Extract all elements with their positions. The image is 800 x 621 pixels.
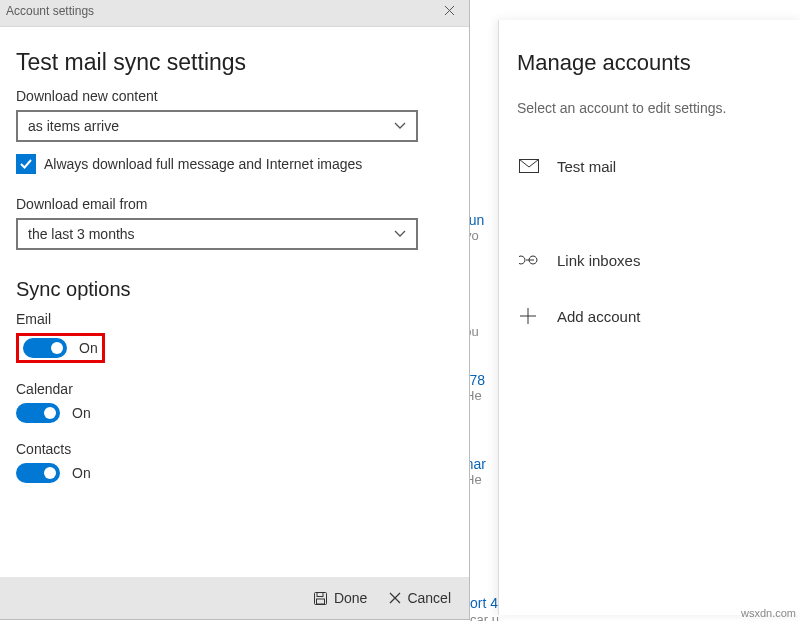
calendar-toggle-state: On <box>72 405 91 421</box>
dialog-title: Account settings <box>6 4 94 18</box>
email-toggle[interactable] <box>23 338 67 358</box>
toggle-knob <box>44 467 56 479</box>
link-inboxes-label: Link inboxes <box>557 252 640 269</box>
account-item-label: Test mail <box>557 158 616 175</box>
always-download-checkbox[interactable] <box>16 154 36 174</box>
close-icon <box>389 592 401 604</box>
add-account-item[interactable]: Add account <box>517 288 785 344</box>
page-title: Test mail sync settings <box>16 49 449 76</box>
toggle-knob <box>51 342 63 354</box>
done-label: Done <box>334 590 367 606</box>
contacts-toggle-label: Contacts <box>16 441 449 457</box>
manage-accounts-subtitle: Select an account to edit settings. <box>517 100 785 116</box>
select-value: as items arrive <box>28 118 119 134</box>
contacts-toggle[interactable] <box>16 463 60 483</box>
link-icon <box>519 254 545 266</box>
email-toggle-state: On <box>79 340 98 356</box>
manage-accounts-title: Manage accounts <box>517 50 785 76</box>
select-value: the last 3 months <box>28 226 135 242</box>
chevron-down-icon <box>394 120 406 132</box>
email-toggle-highlight: On <box>16 333 105 363</box>
link-inboxes-item[interactable]: Link inboxes <box>517 232 785 288</box>
check-icon <box>19 157 33 171</box>
cancel-label: Cancel <box>407 590 451 606</box>
cancel-button[interactable]: Cancel <box>383 586 457 610</box>
calendar-toggle[interactable] <box>16 403 60 423</box>
close-icon <box>444 5 455 16</box>
download-new-content-select[interactable]: as items arrive <box>16 110 418 142</box>
svg-rect-2 <box>316 599 324 604</box>
download-new-content-label: Download new content <box>16 88 449 104</box>
save-icon <box>313 591 328 606</box>
bg-text: car u <box>470 612 499 621</box>
dialog-header: Account settings <box>0 0 469 27</box>
dialog-footer: Done Cancel <box>0 577 469 619</box>
account-settings-dialog: Account settings Test mail sync settings… <box>0 0 470 620</box>
svg-rect-1 <box>317 592 323 596</box>
plus-icon <box>519 307 545 325</box>
chevron-down-icon <box>394 228 406 240</box>
calendar-toggle-label: Calendar <box>16 381 449 397</box>
watermark: wsxdn.com <box>741 607 796 619</box>
account-item-test-mail[interactable]: Test mail <box>517 138 785 194</box>
done-button[interactable]: Done <box>307 586 373 610</box>
toggle-knob <box>44 407 56 419</box>
download-email-from-select[interactable]: the last 3 months <box>16 218 418 250</box>
close-button[interactable] <box>440 3 459 19</box>
download-email-from-label: Download email from <box>16 196 449 212</box>
contacts-toggle-state: On <box>72 465 91 481</box>
mail-icon <box>519 159 545 173</box>
sync-options-title: Sync options <box>16 278 449 301</box>
add-account-label: Add account <box>557 308 640 325</box>
always-download-label: Always download full message and Interne… <box>44 156 362 172</box>
manage-accounts-panel: Manage accounts Select an account to edi… <box>498 20 800 615</box>
email-toggle-label: Email <box>16 311 449 327</box>
